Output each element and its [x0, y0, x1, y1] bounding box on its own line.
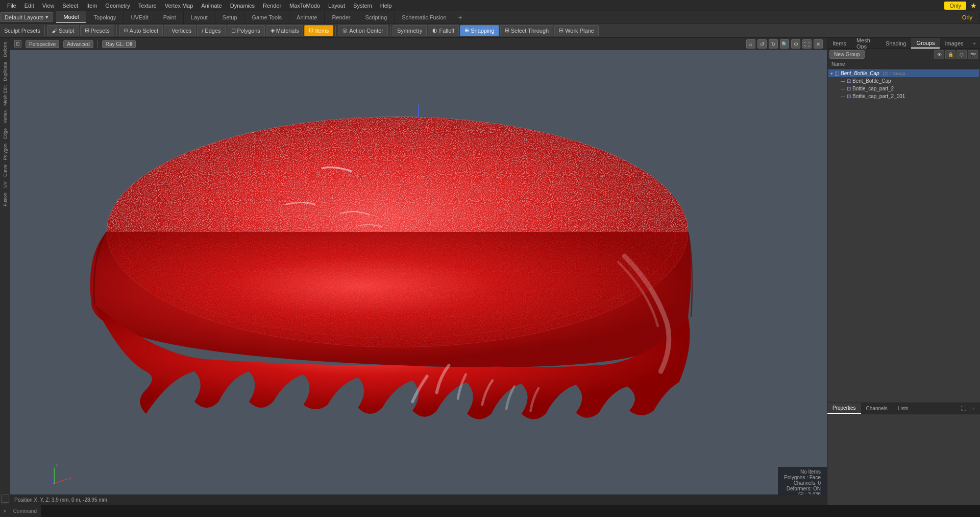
sidebar-item-duplicate[interactable]: Duplicate: [2, 60, 9, 83]
menu-animate[interactable]: Animate: [197, 2, 226, 10]
vp-icon-maximize[interactable]: ⛶: [802, 39, 812, 49]
tab-game-tools[interactable]: Game Tools: [245, 11, 290, 23]
tab-topology[interactable]: Topology: [86, 11, 124, 23]
vp-icon-close[interactable]: ✕: [814, 39, 823, 49]
prop-tab-channels[interactable]: Channels: [861, 403, 893, 414]
tab-plus[interactable]: +: [454, 13, 467, 21]
menu-edit[interactable]: Edit: [20, 2, 38, 10]
command-input[interactable]: [41, 505, 980, 517]
right-panel-toolbar: New Group 👁 🔒 ⬡ 📷: [827, 49, 980, 60]
sidebar-item-polygon[interactable]: Polygon: [2, 142, 9, 162]
select-through-button[interactable]: ⊞ Select Through: [500, 25, 553, 36]
prop-icon-expand[interactable]: ⛶: [959, 405, 968, 413]
rp-icon-eye[interactable]: 👁: [934, 50, 944, 59]
rp-icon-camera[interactable]: 📷: [968, 50, 978, 59]
prop-tab-properties[interactable]: Properties: [827, 403, 861, 414]
vertices-button[interactable]: · Vertices: [164, 25, 196, 36]
bottom-bar: > Command: [0, 505, 980, 517]
presets-button[interactable]: ⊞ Presets: [80, 25, 114, 36]
svg-line-7: [54, 479, 67, 483]
ray-gl-button[interactable]: Ray GL: Off: [102, 40, 136, 48]
viewport-canvas[interactable]: X Z Y No Items Polygons : Face Channels:…: [10, 50, 827, 505]
sidebar-item-uv[interactable]: UV: [2, 179, 9, 190]
tab-animate[interactable]: Animate: [289, 11, 325, 23]
tab-paint[interactable]: Paint: [156, 11, 184, 23]
menu-render[interactable]: Render: [259, 2, 285, 10]
no-items-label: No Items: [784, 469, 821, 475]
menu-system[interactable]: System: [349, 2, 376, 10]
menu-file[interactable]: File: [3, 2, 20, 10]
work-plane-button[interactable]: ⊟ Work Plane: [554, 25, 599, 36]
tab-model[interactable]: Model: [56, 11, 86, 23]
tab-uvedit[interactable]: UVEdit: [124, 11, 156, 23]
symmetry-button[interactable]: Symmetry: [393, 25, 427, 36]
vp-icon-redo[interactable]: ↻: [769, 39, 778, 49]
sidebar-item-vertex[interactable]: Vertex: [2, 108, 9, 126]
tree-expand-icon: ▾: [830, 71, 833, 76]
items-button[interactable]: ⊡ Items: [304, 25, 333, 36]
rp-tab-images[interactable]: Images: [940, 38, 968, 49]
menu-item[interactable]: Item: [82, 2, 101, 10]
rp-tab-items[interactable]: Items: [827, 38, 851, 49]
rp-icon-render[interactable]: ⬡: [957, 50, 967, 59]
menu-texture[interactable]: Texture: [134, 2, 161, 10]
layouts-dropdown[interactable]: Default Layouts ▾: [0, 12, 53, 22]
tree-item-bent-bottle-cap[interactable]: — ⊡ Bent_Bottle_Cap: [828, 77, 979, 85]
snapping-button[interactable]: ⊕ Snapping: [460, 25, 499, 36]
menu-help[interactable]: Help: [376, 2, 396, 10]
sculpt-button[interactable]: 🖌 Sculpt: [47, 25, 79, 36]
tab-setup[interactable]: Setup: [215, 11, 245, 23]
menu-layout[interactable]: Layout: [324, 2, 349, 10]
falloff-button[interactable]: ◐ Falloff: [428, 25, 459, 36]
rp-icon-lock[interactable]: 🔒: [945, 50, 955, 59]
perspective-button[interactable]: Perspective: [26, 40, 59, 48]
edges-button[interactable]: / Edges: [197, 25, 225, 36]
action-center-button[interactable]: ◎ Action Center: [338, 25, 388, 36]
menu-select[interactable]: Select: [58, 2, 82, 10]
tree-item-root[interactable]: ▾ ◫ Bent_Bottle_Cap (2) : Group: [828, 69, 979, 77]
bottom-arrow[interactable]: >: [0, 507, 9, 515]
rp-tab-mesh-ops[interactable]: Mesh Ops: [851, 38, 880, 49]
rp-tab-plus[interactable]: +: [969, 39, 980, 48]
dropdown-arrow-icon: ▾: [45, 14, 48, 20]
edges-icon: /: [202, 28, 203, 34]
prop-tab-plus[interactable]: +: [969, 405, 978, 413]
tab-render[interactable]: Render: [325, 11, 358, 23]
sidebar-item-edge[interactable]: Edge: [2, 126, 9, 141]
vp-icon-settings[interactable]: ⚙: [791, 39, 800, 49]
vp-icon-home[interactable]: ⌂: [746, 39, 755, 49]
sidebar-item-curve[interactable]: Curve: [2, 162, 9, 179]
advanced-button[interactable]: Advanced: [63, 40, 93, 48]
tab-layout[interactable]: Layout: [184, 11, 215, 23]
materials-button[interactable]: ◈ Materials: [266, 25, 304, 36]
sidebar-item-deform[interactable]: Deform: [2, 40, 9, 59]
svg-point-5: [107, 117, 688, 347]
vp-icon-undo[interactable]: ↺: [757, 39, 767, 49]
vp-icon-search[interactable]: 🔍: [780, 39, 789, 49]
only-button[interactable]: Only: [944, 2, 966, 10]
rp-tab-groups[interactable]: Groups: [911, 38, 940, 49]
tree-item-bottle-cap-001[interactable]: — ⊡ Bottle_cap_part_2_001: [828, 92, 979, 100]
menu-geometry[interactable]: Geometry: [101, 2, 134, 10]
auto-select-button[interactable]: ⊙ Auto Select: [119, 25, 163, 36]
tab-schematic-fusion[interactable]: Schematic Fusion: [395, 11, 454, 23]
axes-gizmo: X Z Y: [41, 459, 77, 495]
viewport-toggle[interactable]: ⊡: [14, 40, 21, 48]
prop-tab-lists[interactable]: Lists: [893, 403, 914, 414]
left-sidebar: Deform Duplicate Mesh Edit Vertex Edge P…: [0, 38, 10, 505]
right-panel-content[interactable]: ▾ ◫ Bent_Bottle_Cap (2) : Group — ⊡ Bent…: [827, 68, 980, 403]
sidebar-item-mesh-edit[interactable]: Mesh Edit: [2, 83, 9, 108]
sidebar-item-fusion[interactable]: Fusion: [2, 191, 9, 208]
viewport[interactable]: ⊡ Perspective Advanced Ray GL: Off ⌂ ↺ ↻…: [10, 38, 827, 505]
new-group-button[interactable]: New Group: [829, 50, 865, 59]
polygons-button[interactable]: ◻ Polygons: [227, 25, 265, 36]
child-label-3: Bottle_cap_part_2_001: [852, 93, 905, 99]
menu-view[interactable]: View: [38, 2, 59, 10]
rp-tab-shading[interactable]: Shading: [880, 38, 911, 49]
menu-maxtomodo[interactable]: MaxToModo: [285, 2, 324, 10]
orly-tab[interactable]: Orly: [955, 13, 980, 22]
menu-dynamics[interactable]: Dynamics: [226, 2, 259, 10]
tree-item-bottle-cap-2[interactable]: — ⊡ Bottle_cap_part_2: [828, 85, 979, 92]
menu-vertex-map[interactable]: Vertex Map: [161, 2, 198, 10]
tab-scripting[interactable]: Scripting: [358, 11, 395, 23]
